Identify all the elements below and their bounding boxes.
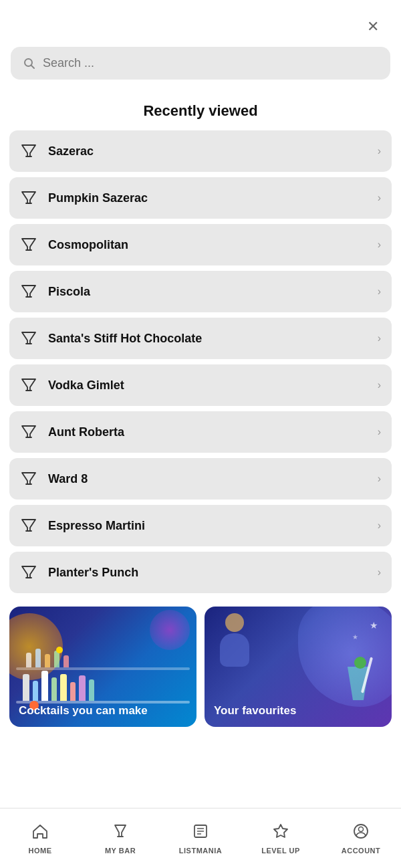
cocktail-list-item[interactable]: Santa's Stiff Hot Chocolate › (9, 318, 392, 359)
cocktail-glass-icon (20, 470, 37, 487)
cocktail-list-item[interactable]: Sazerac › (9, 130, 392, 172)
cocktail-item-name: Aunt Roberta (48, 425, 124, 439)
chevron-right-icon: › (378, 520, 381, 532)
cards-section: Cocktails you can make ★ ★ Your (0, 593, 401, 738)
svg-marker-14 (22, 426, 35, 437)
cocktail-item-left: Aunt Roberta (20, 423, 124, 441)
chevron-right-icon: › (378, 192, 381, 204)
cocktail-item-name: Sazerac (48, 144, 94, 158)
nav-icon-account (352, 823, 370, 844)
cocktail-item-left: Santa's Stiff Hot Chocolate (20, 330, 202, 347)
cocktail-item-name: Ward 8 (48, 472, 88, 486)
close-button[interactable]: ✕ (361, 15, 385, 39)
cocktail-item-name: Espresso Martini (48, 519, 145, 533)
chevron-right-icon: › (378, 473, 381, 485)
cocktail-list-item[interactable]: Aunt Roberta › (9, 411, 392, 453)
your-favourites-card[interactable]: ★ ★ Your favourites (205, 607, 392, 727)
cocktail-item-left: Sazerac (20, 142, 94, 160)
chevron-right-icon: › (378, 426, 381, 438)
cocktail-list: Sazerac › Pumpkin Sazerac › (0, 130, 401, 593)
search-bar-container (0, 47, 401, 96)
nav-item-listmania[interactable]: LISTMANIA (160, 823, 241, 855)
card-left-label: Cocktails you can make (19, 704, 148, 718)
svg-marker-10 (22, 332, 35, 344)
close-icon: ✕ (367, 18, 379, 35)
cocktail-list-item[interactable]: Cosmopolitan › (9, 224, 392, 265)
cocktail-item-left: Piscola (20, 283, 90, 300)
cocktail-item-left: Espresso Martini (20, 517, 145, 534)
cocktail-list-item[interactable]: Piscola › (9, 271, 392, 312)
chevron-right-icon: › (378, 286, 381, 298)
cocktail-item-name: Santa's Stiff Hot Chocolate (48, 332, 202, 346)
cocktail-item-left: Cosmopolitan (20, 236, 128, 253)
search-icon (23, 57, 36, 70)
cocktail-list-item[interactable]: Pumpkin Sazerac › (9, 177, 392, 219)
cocktail-glass-icon (20, 142, 37, 160)
svg-marker-4 (22, 192, 35, 203)
chevron-right-icon: › (378, 566, 381, 578)
nav-label-levelup: LEVEL UP (261, 847, 300, 855)
search-bar[interactable] (11, 47, 390, 80)
cocktails-you-can-make-card[interactable]: Cocktails you can make (9, 607, 196, 727)
chevron-right-icon: › (378, 332, 381, 344)
header: ✕ (0, 0, 401, 47)
cocktail-item-name: Pumpkin Sazerac (48, 191, 148, 205)
cocktail-glass-icon (20, 376, 37, 394)
nav-icon-mybar (112, 823, 129, 844)
nav-label-account: ACCOUNT (342, 847, 381, 855)
cocktail-item-left: Planter's Punch (20, 564, 138, 581)
cocktail-item-name: Cosmopolitan (48, 238, 128, 252)
svg-marker-8 (22, 286, 35, 297)
svg-marker-12 (22, 379, 35, 391)
nav-item-home[interactable]: HOME (0, 823, 80, 855)
cocktail-item-left: Vodka Gimlet (20, 376, 124, 394)
cocktail-glass-icon (20, 517, 37, 534)
nav-label-home: HOME (29, 847, 52, 855)
svg-line-1 (31, 65, 35, 68)
cocktail-item-name: Piscola (48, 285, 90, 299)
svg-marker-20 (22, 566, 35, 578)
cocktail-item-name: Planter's Punch (48, 566, 138, 580)
chevron-right-icon: › (378, 239, 381, 251)
cocktail-list-item[interactable]: Espresso Martini › (9, 505, 392, 546)
cocktail-item-name: Vodka Gimlet (48, 378, 124, 393)
svg-marker-6 (22, 239, 35, 250)
cocktail-item-left: Ward 8 (20, 470, 88, 487)
chevron-right-icon: › (378, 379, 381, 391)
chevron-right-icon: › (378, 145, 381, 157)
cocktail-list-item[interactable]: Vodka Gimlet › (9, 364, 392, 406)
svg-marker-16 (22, 473, 35, 484)
cocktail-glass-icon (20, 189, 37, 207)
nav-label-mybar: MY BAR (105, 847, 136, 855)
card-right-label: Your favourites (214, 704, 296, 718)
svg-marker-18 (22, 520, 35, 531)
search-input[interactable] (43, 56, 378, 70)
cocktail-glass-icon (20, 423, 37, 441)
nav-icon-levelup (272, 823, 289, 844)
svg-marker-2 (22, 145, 35, 156)
nav-label-listmania: LISTMANIA (179, 847, 222, 855)
cocktail-list-item[interactable]: Ward 8 › (9, 458, 392, 500)
cocktail-list-item[interactable]: Planter's Punch › (9, 552, 392, 593)
nav-spacer (0, 738, 401, 804)
recently-viewed-title: Recently viewed (0, 96, 401, 130)
cocktail-glass-icon (20, 564, 37, 581)
nav-item-levelup[interactable]: LEVEL UP (241, 823, 321, 855)
nav-icon-home (31, 823, 49, 844)
cocktail-item-left: Pumpkin Sazerac (20, 189, 148, 207)
bottom-navigation: HOME MY BAR LISTMANIA LEVEL UP ACCOUNT (0, 808, 401, 868)
nav-item-account[interactable]: ACCOUNT (321, 823, 401, 855)
cocktail-glass-icon (20, 236, 37, 253)
cocktail-glass-icon (20, 283, 37, 300)
cocktail-glass-icon (20, 330, 37, 347)
svg-marker-22 (115, 825, 126, 837)
nav-item-mybar[interactable]: MY BAR (80, 823, 160, 855)
nav-icon-listmania (192, 823, 209, 844)
svg-point-29 (359, 827, 364, 831)
